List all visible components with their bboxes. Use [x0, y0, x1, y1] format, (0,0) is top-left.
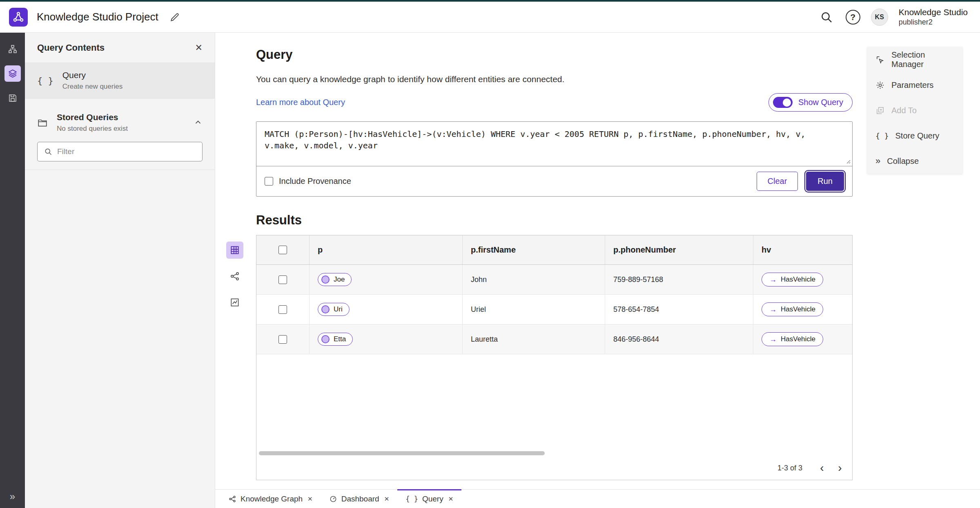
tab-knowledge-graph[interactable]: Knowledge Graph ✕: [220, 490, 321, 508]
double-chevron-right-icon: »: [10, 491, 15, 502]
rail-expand-button[interactable]: »: [0, 491, 25, 502]
chevron-up-icon: [194, 118, 203, 127]
folder-icon: [37, 117, 48, 128]
edge-pill[interactable]: →HasVehicle: [762, 332, 823, 346]
header-cell: p.phoneNumber: [605, 235, 753, 264]
collapse-section-button[interactable]: [194, 118, 203, 127]
help-button[interactable]: ?: [846, 10, 860, 25]
rail-hierarchy-button[interactable]: [4, 41, 21, 57]
tab-query[interactable]: { } Query ✕: [397, 490, 461, 508]
pencil-icon: [169, 12, 180, 22]
results-area: p p.firstName p.phoneNumber hv Joe John …: [256, 235, 853, 480]
edge-pill[interactable]: →HasVehicle: [762, 273, 823, 286]
node-pill[interactable]: Etta: [318, 333, 353, 346]
resize-grip-icon[interactable]: [844, 158, 851, 164]
app-header: Knowledge Studio Project ? KS Knowledge …: [0, 0, 980, 33]
edge-label: HasVehicle: [781, 335, 815, 343]
table-header-row: p p.firstName p.phoneNumber hv: [256, 235, 852, 265]
panel-title: Query Contents: [37, 43, 195, 53]
table-row[interactable]: Uri Uriel 578-654-7854 →HasVehicle: [256, 295, 852, 324]
tab-dashboard[interactable]: Dashboard ✕: [321, 490, 398, 508]
link-row: Learn more about Query Show Query: [256, 93, 853, 112]
knowledge-graph-icon: [228, 495, 236, 503]
close-icon[interactable]: ✕: [307, 495, 313, 503]
query-textarea-wrap: MATCH (p:Person)-[hv:HasVehicle]->(v:Veh…: [256, 122, 852, 166]
close-icon[interactable]: ✕: [448, 495, 454, 503]
menu-item-selection-manager[interactable]: Selection Manager: [867, 47, 962, 72]
table-empty-space: [256, 354, 852, 450]
query-textarea[interactable]: MATCH (p:Person)-[hv:HasVehicle]->(v:Veh…: [256, 122, 852, 166]
node-label: Etta: [334, 335, 346, 343]
query-page: Query You can query a knowledge graph to…: [256, 47, 853, 480]
filter-input[interactable]: [57, 147, 196, 156]
row-checkbox[interactable]: [278, 335, 287, 344]
user-avatar[interactable]: KS: [871, 9, 888, 26]
menu-item-label: Store Query: [895, 131, 940, 141]
search-button[interactable]: [818, 9, 835, 26]
scrollbar-thumb[interactable]: [259, 451, 545, 455]
clear-button[interactable]: Clear: [757, 172, 798, 191]
learn-more-link[interactable]: Learn more about Query: [256, 98, 345, 107]
cell-select: [256, 324, 310, 354]
menu-item-parameters[interactable]: Parameters: [867, 72, 962, 98]
previous-page-button[interactable]: ‹: [813, 459, 831, 477]
rail-save-button[interactable]: [4, 90, 21, 106]
node-label: Joe: [334, 275, 345, 284]
panel-close-button[interactable]: ✕: [195, 43, 203, 53]
rail-layers-button[interactable]: [4, 65, 21, 82]
double-chevron-right-icon: »: [875, 157, 880, 166]
cell-edge: →HasVehicle: [753, 324, 852, 354]
run-button[interactable]: Run: [806, 172, 844, 191]
cell-select: [256, 295, 310, 324]
results-table-card: p p.firstName p.phoneNumber hv Joe John …: [256, 235, 853, 480]
results-view-toolbar: [226, 242, 243, 311]
table-row[interactable]: Etta Lauretta 846-956-8644 →HasVehicle: [256, 324, 852, 354]
cell-select: [256, 265, 310, 294]
close-icon[interactable]: ✕: [384, 495, 390, 503]
stored-queries-label: Stored Queries: [57, 112, 185, 122]
menu-item-store-query[interactable]: { } Store Query: [867, 123, 962, 148]
cell-first-name: Uriel: [463, 295, 605, 324]
node-pill[interactable]: Joe: [318, 273, 352, 286]
app-logo: [9, 8, 28, 27]
edit-title-button[interactable]: [167, 9, 183, 25]
table-row[interactable]: Joe John 759-889-57168 →HasVehicle: [256, 265, 852, 295]
edge-pill[interactable]: →HasVehicle: [762, 302, 823, 316]
select-all-checkbox[interactable]: [278, 246, 287, 254]
stored-queries-text: Stored Queries No stored queries exist: [57, 112, 185, 133]
header-cell: p: [310, 235, 463, 264]
add-to-icon: [875, 106, 885, 115]
menu-item-collapse[interactable]: » Collapse: [867, 148, 962, 174]
query-item-label: Query: [62, 70, 122, 80]
chevron-left-icon: ‹: [820, 461, 824, 474]
search-icon: [820, 11, 833, 24]
row-checkbox[interactable]: [278, 305, 287, 314]
node-circle-icon: [321, 335, 330, 343]
stored-queries-header: Stored Queries No stored queries exist: [25, 108, 215, 137]
search-icon: [44, 148, 52, 156]
filter-box: [37, 142, 203, 161]
query-editor-box: MATCH (p:Person)-[hv:HasVehicle]->(v:Veh…: [256, 121, 853, 197]
braces-icon: { }: [875, 132, 889, 140]
menu-item-label: Selection Manager: [891, 50, 954, 69]
include-provenance-checkbox[interactable]: [265, 177, 273, 186]
cell-node: Uri: [310, 295, 463, 324]
show-query-toggle[interactable]: Show Query: [768, 93, 853, 112]
chart-view-button[interactable]: [226, 294, 243, 311]
menu-item-add-to: Add To: [867, 98, 962, 123]
stored-queries-section: Stored Queries No stored queries exist: [25, 108, 215, 170]
cell-node: Etta: [310, 324, 463, 354]
page-title: Query: [256, 47, 853, 62]
chevron-right-icon: ›: [838, 461, 842, 474]
row-checkbox[interactable]: [278, 275, 287, 284]
node-circle-icon: [321, 275, 330, 284]
node-pill[interactable]: Uri: [318, 303, 350, 316]
table-view-button[interactable]: [226, 242, 243, 259]
query-item[interactable]: { } Query Create new queries: [25, 63, 215, 98]
next-page-button[interactable]: ›: [831, 459, 849, 477]
layers-icon: [8, 69, 18, 78]
hierarchy-icon: [8, 44, 18, 54]
graph-view-button[interactable]: [226, 268, 243, 285]
node-circle-icon: [321, 305, 330, 313]
tab-label: Knowledge Graph: [241, 495, 303, 504]
